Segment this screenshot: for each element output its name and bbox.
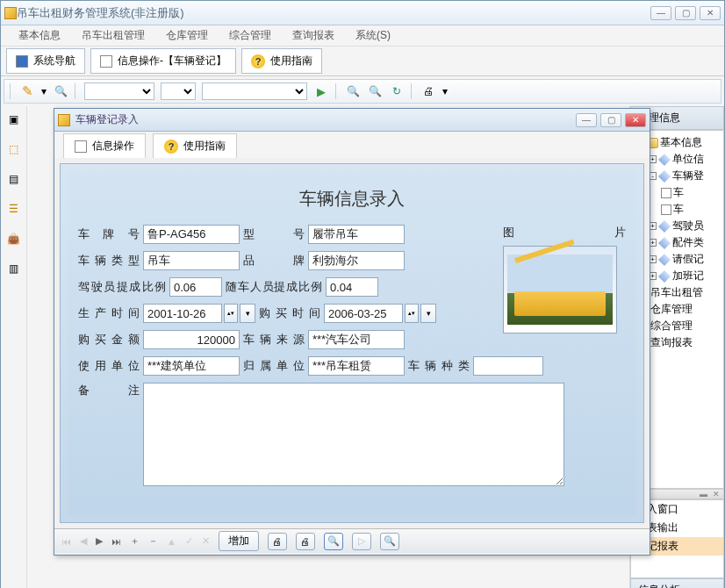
dialog-tab-info[interactable]: 信息操作 <box>63 133 146 158</box>
menu-reports[interactable]: 查询报表 <box>282 28 345 43</box>
vehicle-entry-dialog: 车辆登记录入 — ▢ ✕ 信息操作 ? 使用指南 <box>54 108 650 556</box>
menu-integrated[interactable]: 综合管理 <box>219 28 282 43</box>
belong-unit-input[interactable] <box>308 356 405 376</box>
date-picker-button[interactable]: ▾ <box>420 304 436 323</box>
close-button[interactable]: ✕ <box>700 6 721 20</box>
dialog-titlebar: 车辆登记录入 — ▢ ✕ <box>54 109 650 132</box>
use-unit-input[interactable] <box>143 356 240 376</box>
panel-close-icon[interactable]: ✕ <box>713 490 720 498</box>
tree-unit[interactable]: +单位信 <box>645 151 721 168</box>
vehicle-image <box>503 246 617 333</box>
export-button[interactable]: 🖨 <box>296 533 315 550</box>
toolbar-dropdown-3[interactable] <box>202 82 307 100</box>
date-picker-button[interactable]: ▾ <box>240 304 255 323</box>
menu-system[interactable]: 系统(S) <box>345 28 401 43</box>
delete-record-button[interactable]: － <box>148 534 158 548</box>
tree-parts[interactable]: +配件类 <box>645 234 721 251</box>
add-record-button[interactable]: ＋ <box>130 534 140 548</box>
app-title: 吊车出租财务管理系统(非注册版) <box>17 5 650 21</box>
menu-basic[interactable]: 基本信息 <box>8 28 71 43</box>
tree-vehreg[interactable]: -车辆登 <box>645 168 721 184</box>
date-spinner[interactable]: ▴▾ <box>224 304 238 323</box>
driver-ratio-input[interactable] <box>169 277 222 297</box>
source-input[interactable] <box>308 330 405 349</box>
menubar: 基本信息 吊车出租管理 仓库管理 综合管理 查询报表 系统(S) <box>1 25 724 47</box>
last-record-button[interactable]: ⏭ <box>111 536 121 547</box>
toolbar-dropdown-1[interactable] <box>84 82 154 100</box>
prev-record-button[interactable]: ◀ <box>80 535 87 547</box>
first-record-button[interactable]: ⏮ <box>61 536 71 547</box>
produced-input[interactable] <box>143 304 222 323</box>
date-spinner[interactable]: ▴▾ <box>405 304 419 323</box>
print-button[interactable]: 🖨 <box>268 533 287 550</box>
follow-ratio-input[interactable] <box>326 277 378 297</box>
strip-icon-2[interactable]: ⬚ <box>6 141 22 157</box>
main-window: 吊车出租财务管理系统(非注册版) — ▢ ✕ 基本信息 吊车出租管理 仓库管理 … <box>0 0 725 588</box>
main-tabbar: 系统导航 信息操作-【车辆登记】 ? 使用指南 <box>1 47 724 76</box>
dialog-title: 车辆登记录入 <box>75 112 576 127</box>
search-icon[interactable]: 🔍 <box>53 83 68 99</box>
print-icon[interactable]: 🖨 <box>420 83 436 99</box>
toolbar: ✎▾ 🔍 ▶ 🔍 🔍 ↻ 🖨▾ <box>4 79 721 104</box>
doc-icon <box>75 140 87 153</box>
nav-icon <box>16 55 28 68</box>
zoom-in-icon[interactable]: 🔍 <box>345 83 361 99</box>
plate-input[interactable] <box>143 225 240 244</box>
tree-v1[interactable]: 车 <box>657 184 721 201</box>
tree-overtime[interactable]: +加班记 <box>645 268 721 284</box>
play-button[interactable]: ▷ <box>352 533 371 550</box>
dialog-icon <box>58 114 70 126</box>
tab-system-nav[interactable]: 系统导航 <box>6 48 85 74</box>
maximize-button[interactable]: ▢ <box>675 6 696 20</box>
cancel-button[interactable]: ✕ <box>202 535 210 547</box>
strip-icon-6[interactable]: ▥ <box>6 261 22 276</box>
run-icon[interactable]: ▶ <box>313 83 329 99</box>
brand-input[interactable] <box>308 251 405 270</box>
left-icon-strip: ▣ ⬚ ▤ ☰ 👜 ▥ <box>1 106 27 588</box>
find-button[interactable]: 🔍 <box>324 533 343 550</box>
app-icon <box>4 7 17 19</box>
panel-collapse-icon[interactable]: ▬ <box>700 490 707 498</box>
tree-leave[interactable]: +请假记 <box>645 251 721 268</box>
strip-icon-4[interactable]: ☰ <box>6 201 22 217</box>
strip-icon-1[interactable]: ▣ <box>6 111 22 127</box>
commit-button[interactable]: ✓ <box>185 535 193 547</box>
next-record-button[interactable]: ▶ <box>96 535 103 547</box>
help-icon: ? <box>251 54 265 68</box>
refresh-icon[interactable]: ↻ <box>389 83 405 99</box>
purchased-input[interactable] <box>324 304 403 323</box>
edit-icon[interactable]: ✎ <box>19 83 35 99</box>
strip-icon-3[interactable]: ▤ <box>6 171 22 187</box>
dialog-maximize-button[interactable]: ▢ <box>600 113 621 127</box>
tab-guide[interactable]: ? 使用指南 <box>241 48 322 74</box>
dialog-close-button[interactable]: ✕ <box>625 113 646 127</box>
tab-info-op[interactable]: 信息操作-【车辆登记】 <box>90 48 236 74</box>
help-icon: ? <box>164 140 178 154</box>
edit-record-button[interactable]: ▲ <box>167 536 176 547</box>
tree-driver[interactable]: +驾驶员 <box>645 218 721 234</box>
menu-rental[interactable]: 吊车出租管理 <box>71 28 155 43</box>
search-button[interactable]: 🔍 <box>380 533 399 550</box>
form-title: 车辆信息录入 <box>78 180 626 225</box>
model-input[interactable] <box>308 225 405 244</box>
dialog-minimize-button[interactable]: — <box>576 113 597 127</box>
dialog-nav-bar: ⏮ ◀ ▶ ⏭ ＋ － ▲ ✓ ✕ 增加 🖨 🖨 🔍 ▷ 🔍 <box>54 528 650 553</box>
add-button[interactable]: 增加 <box>219 531 259 551</box>
main-titlebar: 吊车出租财务管理系统(非注册版) — ▢ ✕ <box>1 1 724 25</box>
minimize-button[interactable]: — <box>650 6 671 20</box>
amount-input[interactable] <box>143 330 240 349</box>
vkind-input[interactable] <box>473 356 543 376</box>
dialog-tab-guide[interactable]: ? 使用指南 <box>153 133 237 158</box>
strip-icon-5[interactable]: 👜 <box>6 231 22 247</box>
tree-v2[interactable]: 车 <box>657 201 721 218</box>
remark-textarea[interactable] <box>143 383 564 486</box>
menu-warehouse[interactable]: 仓库管理 <box>155 28 219 43</box>
analysis-panel-header: 信息分析 <box>630 578 724 588</box>
zoom-out-icon[interactable]: 🔍 <box>367 83 383 99</box>
vtype-input[interactable] <box>143 251 240 270</box>
toolbar-dropdown-2[interactable] <box>161 82 196 100</box>
doc-icon <box>100 55 112 68</box>
